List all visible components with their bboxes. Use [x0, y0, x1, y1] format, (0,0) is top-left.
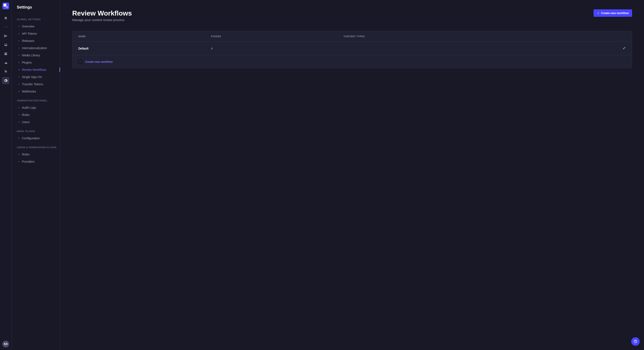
section-label: Administration Panel — [17, 99, 60, 102]
pencil-icon — [622, 46, 626, 50]
page-header: Review Workflows Manage your content rev… — [72, 9, 632, 22]
settings-icon[interactable] — [2, 77, 9, 84]
sidebar-item-media-library[interactable]: Media Library — [17, 52, 60, 59]
help-button[interactable] — [631, 337, 640, 346]
sidebar-item-releases[interactable]: Releases — [17, 37, 60, 44]
create-workflow-footer[interactable]: Create new workflow — [72, 55, 632, 68]
home-icon[interactable] — [2, 14, 9, 22]
cell-name: Default — [78, 47, 211, 50]
cell-stages: 4 — [211, 47, 344, 50]
user-avatar[interactable]: KD — [2, 341, 9, 348]
sidebar-item-users[interactable]: Users — [17, 118, 60, 126]
sidebar-item-audit-logs[interactable]: Audit Logs — [17, 104, 60, 111]
table-head: Name Stages Content Types — [72, 31, 632, 42]
column-header-content-types: Content Types — [344, 35, 609, 38]
svg-rect-0 — [4, 3, 6, 6]
content-type-builder-icon[interactable] — [2, 23, 9, 31]
sidebar-item-api-tokens[interactable]: API Tokens — [17, 30, 60, 37]
workflows-table: Name Stages Content Types Default 4 Crea… — [72, 31, 632, 68]
create-workflow-button[interactable]: Create new workflow — [594, 9, 632, 17]
sidebar-item-providers[interactable]: Providers — [17, 158, 60, 165]
sidebar-item-plugins[interactable]: Plugins — [17, 59, 60, 66]
create-workflow-button-label: Create new workflow — [601, 11, 629, 15]
plus-icon — [597, 12, 600, 14]
icon-rail: KD — [0, 0, 12, 350]
sidebar-item-internationalization[interactable]: Internationalization — [17, 44, 60, 52]
page-subtitle: Manage your content review process — [72, 18, 132, 22]
cloud-icon[interactable] — [2, 59, 9, 66]
send-icon[interactable] — [2, 32, 9, 39]
column-header-stages: Stages — [211, 35, 344, 38]
sidebar-item-roles[interactable]: Roles — [17, 111, 60, 118]
section-label: Email Plugin — [17, 130, 60, 133]
sidebar-item-configuration[interactable]: Configuration — [17, 135, 60, 142]
edit-button[interactable] — [622, 46, 626, 50]
sidebar-item-overview[interactable]: Overview — [17, 23, 60, 30]
settings-sidebar: Settings Global SettingsOverviewAPI Toke… — [12, 0, 60, 350]
sidebar-item-roles[interactable]: Roles — [17, 151, 60, 158]
sidebar-title: Settings — [17, 5, 60, 13]
sidebar-item-transfer-tokens[interactable]: Transfer Tokens — [17, 81, 60, 88]
media-library-icon[interactable] — [2, 41, 9, 48]
plus-circle-icon — [78, 59, 83, 64]
create-workflow-footer-label: Create new workflow — [85, 60, 113, 63]
app-logo[interactable] — [2, 2, 9, 9]
sidebar-item-single-sign-on[interactable]: Single Sign-On — [17, 73, 60, 81]
table-row[interactable]: Default 4 — [72, 42, 632, 55]
section-label: Global Settings — [17, 18, 60, 21]
page-title: Review Workflows — [72, 9, 132, 17]
releases-icon[interactable] — [2, 50, 9, 57]
sidebar-item-review-workflows[interactable]: Review Workflows — [17, 66, 60, 73]
svg-rect-1 — [6, 6, 8, 8]
svg-point-3 — [635, 342, 636, 343]
column-header-name: Name — [78, 35, 211, 38]
section-label: Users & Permissions Plugin — [17, 146, 60, 149]
question-icon — [634, 340, 638, 344]
sidebar-item-webhooks[interactable]: Webhooks — [17, 88, 60, 95]
marketplace-icon[interactable] — [2, 68, 9, 75]
main-content: Review Workflows Manage your content rev… — [60, 0, 644, 350]
